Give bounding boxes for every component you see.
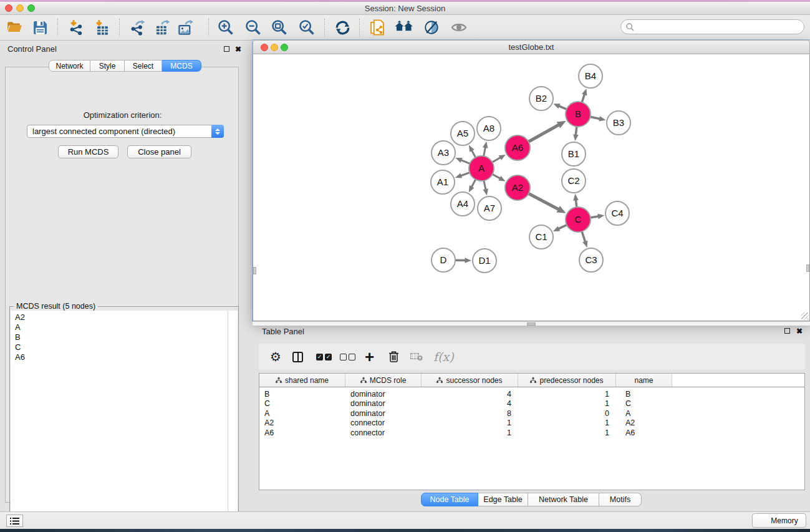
network-zoom-button[interactable] bbox=[281, 44, 288, 51]
graph-node-D[interactable]: D bbox=[432, 248, 455, 272]
graph-node-C4[interactable]: C4 bbox=[605, 201, 629, 225]
graph-node-C1[interactable]: C1 bbox=[529, 225, 553, 249]
minimize-window-button[interactable] bbox=[16, 4, 24, 12]
select-all-icon[interactable]: ✓✓ bbox=[316, 354, 332, 360]
zoom-selected-icon[interactable] bbox=[296, 17, 317, 38]
tab-select[interactable]: Select bbox=[125, 60, 162, 72]
column-header-mcds-role[interactable]: MCDS role bbox=[345, 374, 422, 387]
svg-text:C2: C2 bbox=[567, 175, 579, 186]
export-image-icon[interactable] bbox=[175, 17, 196, 38]
tab-style[interactable]: Style bbox=[90, 60, 125, 72]
graph-node-B[interactable]: B bbox=[566, 102, 591, 127]
graph-node-C2[interactable]: C2 bbox=[562, 169, 586, 193]
graph-node-A6[interactable]: A6 bbox=[505, 135, 530, 160]
new-network-icon[interactable] bbox=[367, 17, 388, 38]
network-minimize-button[interactable] bbox=[271, 44, 278, 51]
hide-annotations-icon[interactable] bbox=[421, 17, 442, 38]
table-float-icon[interactable] bbox=[784, 328, 790, 334]
memory-button[interactable]: Memory bbox=[752, 513, 806, 528]
delete-table-icon[interactable] bbox=[410, 352, 423, 361]
open-session-icon[interactable] bbox=[4, 17, 25, 38]
graph-node-A2[interactable]: A2 bbox=[505, 175, 530, 200]
column-header-successor-nodes[interactable]: successor nodes bbox=[422, 374, 518, 387]
close-panel-icon[interactable]: ✖ bbox=[235, 46, 241, 53]
graph-node-A7[interactable]: A7 bbox=[478, 196, 501, 220]
network-window-titlebar[interactable]: testGlobe.txt bbox=[253, 40, 810, 54]
column-header-predecessor-nodes[interactable]: predecessor nodes bbox=[518, 374, 616, 387]
tab-network-table[interactable]: Network Table bbox=[528, 493, 599, 506]
zoom-window-button[interactable] bbox=[27, 4, 35, 12]
table-row[interactable]: Cdominator41C bbox=[259, 399, 804, 409]
mcds-result-item[interactable]: B bbox=[11, 332, 238, 342]
show-graphics-details-icon[interactable] bbox=[448, 17, 470, 38]
search-input[interactable] bbox=[637, 22, 804, 31]
mcds-result-item[interactable]: A6 bbox=[11, 352, 238, 362]
tab-mcds[interactable]: MCDS bbox=[162, 60, 201, 72]
mcds-result-item[interactable]: A2 bbox=[11, 312, 238, 322]
network-canvas[interactable]: B4B2BB3A8A5A6A3AB1A1C2A2A4A7C4CC1C3DD1 bbox=[253, 54, 810, 321]
cell: 0 bbox=[518, 409, 616, 418]
table-row[interactable]: Bdominator41B bbox=[259, 389, 804, 399]
graph-node-A8[interactable]: A8 bbox=[477, 117, 501, 140]
show-columns-icon[interactable] bbox=[292, 352, 303, 362]
vertical-scrollbar-handle[interactable] bbox=[253, 267, 256, 274]
table-row[interactable]: Adominator80A bbox=[259, 409, 804, 418]
criterion-dropdown[interactable]: largest connected component (directed) bbox=[27, 125, 224, 138]
resize-corner-handle[interactable] bbox=[801, 312, 809, 320]
graph-node-B2[interactable]: B2 bbox=[529, 87, 553, 110]
import-table-icon[interactable] bbox=[92, 17, 113, 38]
close-panel-button[interactable]: Close panel bbox=[127, 145, 191, 158]
graph-node-B4[interactable]: B4 bbox=[579, 64, 602, 88]
float-panel-icon[interactable] bbox=[224, 46, 229, 52]
mcds-result-item[interactable]: A bbox=[11, 322, 238, 332]
import-network-icon[interactable] bbox=[65, 17, 87, 38]
table-row[interactable]: A2connector11A2 bbox=[259, 418, 804, 428]
export-network-icon[interactable] bbox=[127, 17, 148, 38]
table-row[interactable]: A6connector11A6 bbox=[259, 428, 804, 438]
table-header-row: shared nameMCDS rolesuccessor nodesprede… bbox=[259, 374, 804, 387]
tab-edge-table[interactable]: Edge Table bbox=[478, 493, 528, 506]
export-table-icon[interactable] bbox=[152, 17, 173, 38]
network-close-button[interactable] bbox=[261, 44, 268, 51]
graph-edge-arrowhead bbox=[573, 134, 579, 141]
zoom-out-icon[interactable] bbox=[243, 17, 264, 38]
graph-node-A3[interactable]: A3 bbox=[432, 141, 455, 165]
table-close-icon[interactable]: ✖ bbox=[796, 327, 803, 335]
apply-layout-icon[interactable] bbox=[332, 17, 353, 38]
result-scrollbar[interactable] bbox=[228, 311, 238, 522]
svg-text:A1: A1 bbox=[437, 177, 448, 187]
graph-edge-arrowhead bbox=[597, 214, 604, 219]
search-box[interactable] bbox=[620, 19, 804, 34]
graph-node-C[interactable]: C bbox=[566, 207, 591, 232]
mcds-result-list: A2ABCA6 bbox=[11, 311, 238, 522]
graph-node-B3[interactable]: B3 bbox=[607, 111, 630, 135]
graph-node-A5[interactable]: A5 bbox=[451, 122, 475, 145]
graph-node-D1[interactable]: D1 bbox=[473, 249, 496, 273]
zoom-in-icon[interactable] bbox=[215, 17, 236, 38]
vertical-scrollbar-handle-right[interactable] bbox=[806, 264, 809, 272]
zoom-fit-icon[interactable] bbox=[269, 17, 290, 38]
delete-column-icon[interactable] bbox=[388, 351, 399, 363]
control-panel-body: Optimization criterion: largest connecte… bbox=[5, 67, 239, 503]
close-window-button[interactable] bbox=[5, 4, 12, 12]
column-header-shared-name[interactable]: shared name bbox=[259, 374, 345, 387]
graph-node-A[interactable]: A bbox=[469, 156, 494, 181]
run-mcds-button[interactable]: Run MCDS bbox=[58, 145, 118, 158]
table-settings-icon[interactable]: ⚙ bbox=[270, 349, 281, 364]
graph-node-A4[interactable]: A4 bbox=[451, 192, 475, 216]
tab-node-table[interactable]: Node Table bbox=[421, 493, 478, 506]
graph-node-C3[interactable]: C3 bbox=[579, 248, 603, 272]
first-neighbors-icon[interactable] bbox=[393, 17, 415, 38]
create-column-icon[interactable]: + bbox=[365, 351, 374, 363]
tab-motifs[interactable]: Motifs bbox=[599, 493, 642, 506]
column-header-name[interactable]: name bbox=[616, 374, 672, 387]
toolbar-separator bbox=[359, 19, 360, 36]
deselect-all-icon[interactable] bbox=[340, 354, 355, 360]
tab-network[interactable]: Network bbox=[49, 60, 90, 72]
mcds-result-item[interactable]: C bbox=[11, 342, 238, 352]
function-builder-icon[interactable]: f(x) bbox=[433, 350, 454, 364]
graph-node-A1[interactable]: A1 bbox=[431, 170, 455, 194]
task-history-button[interactable] bbox=[6, 515, 23, 527]
graph-node-B1[interactable]: B1 bbox=[562, 142, 586, 166]
save-session-icon[interactable] bbox=[29, 17, 51, 38]
